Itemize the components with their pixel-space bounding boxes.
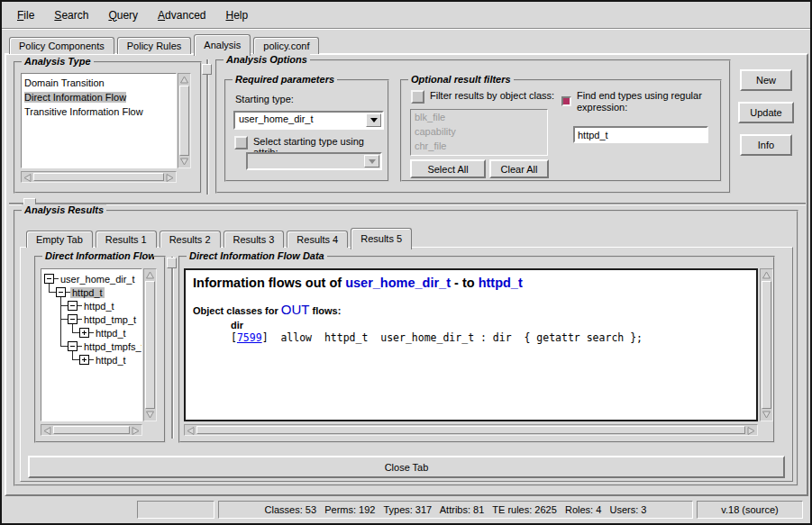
object-class-checkbox-row[interactable]: Filter results by object class: (411, 90, 554, 104)
new-button[interactable]: New (740, 69, 792, 91)
horizontal-scrollbar[interactable] (184, 424, 758, 436)
scroll-left-icon[interactable] (186, 426, 196, 436)
scrollbar-thumb[interactable] (53, 426, 130, 434)
tree-node[interactable]: httpd_t (79, 353, 128, 367)
selected-list-item[interactable]: Direct Information Flow (24, 92, 126, 103)
policy-stats: Classes: 53 Perms: 192 Types: 317 Attrib… (218, 501, 693, 519)
attrib-combobox-value (248, 154, 363, 168)
sash-handle[interactable] (202, 64, 212, 75)
collapse-icon[interactable] (68, 301, 78, 311)
horizontal-sash[interactable] (9, 203, 806, 204)
regex-input[interactable] (573, 126, 708, 143)
collapse-icon[interactable] (44, 274, 54, 284)
tree-node-label-selected[interactable]: httpd_t (70, 287, 105, 298)
statusbar-empty-panel (137, 501, 214, 519)
tree-node[interactable]: httpd_t (56, 285, 105, 299)
menubar: File Search Query Advanced Help (2, 2, 810, 29)
tab-policy-components[interactable]: Policy Components (9, 37, 114, 54)
scroll-down-icon[interactable] (145, 410, 155, 420)
tree-node-label[interactable]: httpd_t (82, 301, 116, 312)
scroll-right-icon[interactable] (165, 173, 175, 183)
flow-data-text: Information flows out of user_home_dir_t… (184, 268, 758, 421)
tree-node[interactable]: httpd_tmpfs_t (68, 339, 142, 353)
scroll-right-icon[interactable] (131, 426, 141, 436)
tab-results-1[interactable]: Results 1 (96, 231, 157, 248)
list-item[interactable]: Direct Information Flow (22, 90, 176, 104)
tree-node-label[interactable]: httpd_t (94, 328, 128, 339)
scrollbar-thumb[interactable] (196, 426, 745, 434)
list-item[interactable]: Domain Transition (22, 76, 176, 90)
scroll-up-icon[interactable] (762, 270, 771, 280)
flow-data-frame: Direct Information Flow Data Information… (178, 256, 775, 443)
scroll-down-icon[interactable] (179, 157, 189, 167)
tab-policy-conf[interactable]: policy.conf (253, 37, 319, 54)
flow-subheader: Object classes for OUT flows: (193, 302, 749, 317)
chevron-down-icon (369, 159, 376, 164)
tree-node[interactable]: httpd_t (79, 326, 128, 339)
tab-results-4[interactable]: Results 4 (287, 231, 348, 248)
scrollbar-thumb[interactable] (179, 86, 189, 156)
tree-node[interactable]: httpd_t (68, 299, 116, 312)
menu-search[interactable]: Search (44, 6, 98, 24)
object-class-checkbox[interactable] (411, 90, 424, 104)
scrollbar-thumb[interactable] (33, 173, 164, 181)
analysis-results-title: Analysis Results (22, 204, 106, 215)
menu-file[interactable]: File (7, 6, 44, 24)
combobox-arrow-button (364, 155, 379, 167)
tree-node-label[interactable]: httpd_tmp_t (82, 314, 138, 325)
chevron-down-icon (370, 118, 378, 122)
starting-type-combobox[interactable]: user_home_dir_t (233, 111, 384, 130)
rule-number-link[interactable]: 7599 (237, 331, 262, 344)
optional-filters-title: Optional result filters (408, 74, 514, 85)
tab-results-5[interactable]: Results 5 (351, 228, 412, 249)
menu-query[interactable]: Query (98, 6, 148, 24)
scroll-down-icon[interactable] (762, 410, 771, 420)
scroll-left-icon[interactable] (23, 173, 32, 183)
tab-results-3[interactable]: Results 3 (224, 231, 285, 248)
scroll-left-icon[interactable] (42, 426, 52, 436)
tree-node[interactable]: user_home_dir_t (44, 272, 137, 285)
horizontal-scrollbar[interactable] (41, 424, 142, 436)
tab-analysis[interactable]: Analysis (194, 34, 251, 56)
info-button[interactable]: Info (740, 134, 792, 156)
tree-node[interactable]: httpd_tmp_t (68, 312, 138, 326)
tree-node-label[interactable]: httpd_tmpfs_t (82, 341, 142, 352)
expand-icon[interactable] (79, 355, 89, 365)
close-tab-button[interactable]: Close Tab (28, 456, 785, 478)
sash-handle[interactable] (167, 258, 177, 268)
vertical-scrollbar[interactable] (178, 73, 191, 168)
tab-results-2[interactable]: Results 2 (160, 231, 221, 248)
analysis-type-list: Domain Transition Direct Information Flo… (21, 73, 177, 168)
list-item[interactable]: Transitive Information Flow (22, 104, 176, 119)
tree-node-label[interactable]: user_home_dir_t (59, 274, 137, 285)
horizontal-scrollbar[interactable] (21, 171, 177, 183)
scroll-up-icon[interactable] (179, 75, 189, 85)
expand-icon[interactable] (79, 328, 89, 338)
update-button[interactable]: Update (738, 102, 794, 123)
analysis-type-frame: Analysis Type Domain Transition Direct I… (14, 61, 202, 194)
flow-tree-title: Direct Information Flow Tree (42, 250, 154, 261)
collapse-icon[interactable] (68, 341, 78, 351)
collapse-icon[interactable] (56, 287, 66, 297)
select-all-button[interactable]: Select All (410, 159, 486, 178)
vertical-sash[interactable] (206, 59, 208, 195)
menu-help[interactable]: Help (215, 6, 258, 24)
menu-advanced[interactable]: Advanced (148, 6, 215, 24)
attrib-checkbox[interactable] (234, 136, 248, 149)
scroll-up-icon[interactable] (145, 270, 155, 280)
regex-checkbox-label: Find end types using regular expression: (577, 90, 721, 113)
collapse-icon[interactable] (68, 314, 78, 324)
vertical-scrollbar[interactable] (760, 268, 773, 421)
tree-node-label[interactable]: httpd_t (94, 355, 128, 366)
combobox-arrow-button[interactable] (366, 113, 381, 127)
tab-policy-rules[interactable]: Policy Rules (117, 37, 192, 54)
clear-all-button[interactable]: Clear All (489, 159, 549, 178)
regex-checkbox[interactable] (561, 96, 571, 106)
starting-type-value: user_home_dir_t (235, 113, 365, 128)
scrollbar-thumb[interactable] (145, 281, 155, 409)
scrollbar-thumb[interactable] (762, 281, 771, 409)
scroll-right-icon[interactable] (746, 426, 756, 436)
tab-empty[interactable]: Empty Tab (26, 231, 93, 248)
vertical-scrollbar[interactable] (143, 268, 157, 421)
vertical-sash[interactable] (171, 257, 173, 439)
